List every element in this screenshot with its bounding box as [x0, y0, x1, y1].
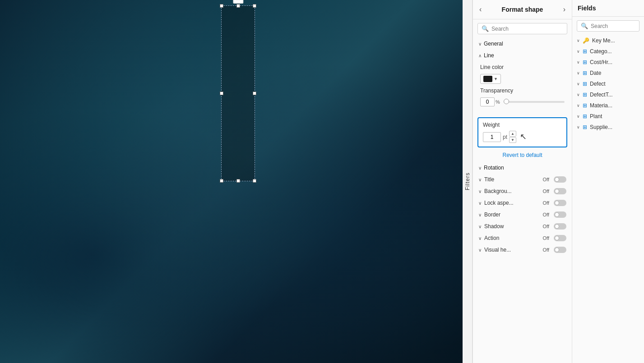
rotation-chevron-icon: ∨ — [478, 165, 482, 170]
back-button[interactable]: ‹ — [478, 5, 482, 14]
field-item[interactable]: ∨⊞Catego... — [572, 46, 644, 57]
handle-bottom-left[interactable] — [220, 179, 223, 183]
field-item[interactable]: ∨⊞Plant — [572, 111, 644, 122]
selected-shape[interactable]: ··· — [221, 5, 255, 193]
background-status: Off — [543, 188, 549, 194]
lock-aspect-toggle[interactable] — [554, 200, 566, 206]
title-status: Off — [543, 177, 549, 182]
background-toggle-knob — [555, 189, 559, 193]
general-section-header[interactable]: ∨ General — [473, 38, 572, 50]
shadow-status: Off — [543, 224, 549, 229]
weight-increment-button[interactable]: ▲ — [509, 131, 516, 137]
weight-label: Weight — [483, 122, 562, 128]
background-toggle[interactable] — [554, 188, 566, 194]
handle-top-left[interactable] — [220, 4, 223, 8]
handle-middle-right[interactable] — [253, 92, 256, 95]
weight-input[interactable] — [483, 132, 501, 142]
lock-aspect-chevron-icon: ∨ — [478, 201, 482, 206]
weight-decrement-button[interactable]: ▼ — [509, 137, 516, 143]
format-search-input[interactable] — [491, 26, 563, 32]
handle-middle-left[interactable] — [220, 92, 223, 95]
border-toggle[interactable] — [554, 211, 566, 218]
panel-header: ‹ Format shape › — [473, 0, 572, 19]
visual-header-status: Off — [543, 247, 549, 253]
fields-search-input[interactable] — [591, 23, 644, 29]
line-color-button[interactable]: ▼ — [480, 74, 501, 84]
field-chevron-icon: ∨ — [577, 60, 580, 64]
table-icon: ⊞ — [583, 81, 587, 87]
table-icon: ⊞ — [583, 92, 587, 98]
fields-search-icon: 🔍 — [581, 23, 588, 29]
field-item[interactable]: ∨⊞Supplie... — [572, 122, 644, 133]
field-item[interactable]: ∨⊞Materia... — [572, 100, 644, 111]
table-icon: ⊞ — [583, 70, 587, 76]
action-toggle-row: ∨ Action Off — [473, 232, 572, 244]
shadow-toggle-knob — [555, 224, 559, 229]
fields-panel: Fields 🔍 ∨🔑Key Me...∨⊞Catego...∨⊞Cost/Hr… — [572, 0, 644, 363]
field-item[interactable]: ∨⊞DefectT... — [572, 89, 644, 100]
visual-header-toggle-knob — [555, 248, 559, 252]
table-icon: ⊞ — [583, 102, 587, 109]
field-item[interactable]: ∨⊞Defect — [572, 78, 644, 89]
field-item-label: Key Me... — [592, 37, 615, 44]
shape-more-button[interactable]: ··· — [233, 0, 243, 4]
right-panel: ‹ Format shape › 🔍 ∨ General ∧ Line Line… — [473, 0, 644, 363]
action-section-label: Action — [484, 235, 540, 241]
line-chevron-icon: ∧ — [478, 53, 482, 58]
table-icon: ⊞ — [583, 59, 587, 65]
action-toggle-knob — [555, 236, 559, 240]
fields-list: ∨🔑Key Me...∨⊞Catego...∨⊞Cost/Hr...∨⊞Date… — [572, 35, 644, 133]
line-section-header[interactable]: ∧ Line — [473, 50, 572, 61]
fields-panel-title: Fields — [572, 0, 644, 17]
handle-bottom-right[interactable] — [253, 179, 256, 183]
format-search-box[interactable]: 🔍 — [477, 23, 567, 34]
visual-header-chevron-icon: ∨ — [478, 248, 482, 253]
background-section-label: Backgrou... — [484, 188, 540, 194]
visual-header-toggle[interactable] — [554, 247, 566, 253]
shadow-toggle[interactable] — [554, 223, 566, 230]
weight-spinner: ▲ ▼ — [509, 131, 516, 143]
transparency-slider[interactable] — [504, 101, 565, 103]
field-chevron-icon: ∨ — [577, 92, 580, 97]
canvas: ··· — [0, 0, 463, 363]
handle-top-right[interactable] — [253, 4, 256, 8]
rotation-section-header[interactable]: ∨ Rotation — [473, 162, 572, 174]
line-color-row: Line color — [480, 64, 565, 70]
line-section-label: Line — [484, 52, 494, 59]
table-icon: ⊞ — [583, 48, 587, 55]
filters-sidebar[interactable]: Filters — [463, 0, 473, 363]
action-toggle[interactable] — [554, 235, 566, 241]
handle-top-middle[interactable] — [236, 4, 240, 8]
title-chevron-icon: ∨ — [478, 177, 482, 182]
visual-header-section-label: Visual he... — [484, 247, 540, 253]
border-section-label: Border — [484, 211, 540, 218]
action-status: Off — [543, 235, 549, 241]
fields-search-box[interactable]: 🔍 — [577, 20, 639, 32]
revert-to-default-link[interactable]: Revert to default — [473, 152, 572, 158]
title-toggle[interactable] — [554, 176, 566, 183]
lock-aspect-status: Off — [543, 200, 549, 206]
handle-bottom-middle[interactable] — [236, 179, 240, 183]
transparency-label-row: Transparency — [480, 87, 565, 94]
transparency-unit-label: % — [496, 99, 500, 105]
shadow-toggle-row: ∨ Shadow Off — [473, 221, 572, 232]
lock-aspect-toggle-row: ∨ Lock aspe... Off — [473, 197, 572, 209]
field-chevron-icon: ∨ — [577, 125, 580, 129]
transparency-input[interactable] — [480, 97, 495, 106]
field-chevron-icon: ∨ — [577, 82, 580, 86]
border-toggle-row: ∨ Border Off — [473, 209, 572, 221]
shadow-section-label: Shadow — [484, 223, 540, 230]
transparency-control-row: % — [480, 97, 565, 106]
cursor-icon: ↖ — [520, 132, 527, 142]
field-item-label: Supplie... — [590, 124, 612, 130]
field-chevron-icon: ∨ — [577, 114, 580, 119]
field-item[interactable]: ∨⊞Date — [572, 68, 644, 78]
key-icon: 🔑 — [583, 37, 589, 44]
shape-rectangle — [221, 5, 255, 181]
field-item-label: Materia... — [590, 102, 612, 109]
search-icon: 🔍 — [482, 25, 489, 32]
field-item[interactable]: ∨⊞Cost/Hr... — [572, 57, 644, 68]
forward-button[interactable]: › — [562, 5, 566, 14]
field-chevron-icon: ∨ — [577, 49, 580, 54]
field-item[interactable]: ∨🔑Key Me... — [572, 35, 644, 46]
